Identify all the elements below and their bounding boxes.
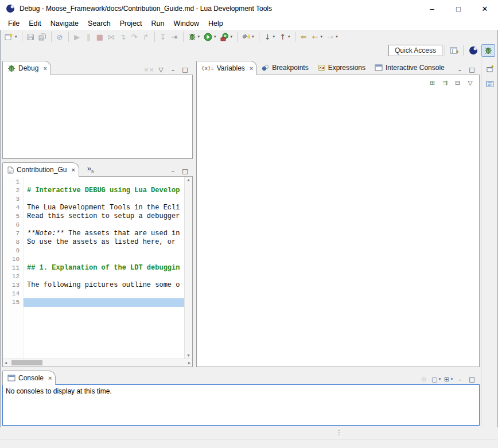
code-line[interactable] <box>24 178 184 186</box>
minimized-view-button[interactable] <box>484 78 496 89</box>
close-tab-icon[interactable]: × <box>250 65 253 72</box>
open-perspective-button[interactable] <box>448 44 461 57</box>
scroll-down-icon[interactable]: ▾ <box>185 353 192 358</box>
menu-search[interactable]: Search <box>83 17 115 30</box>
editor-gutter[interactable]: 123456789101112131415 <box>3 177 24 359</box>
code-line[interactable] <box>24 195 184 204</box>
scroll-right-icon[interactable]: ▸ <box>188 360 190 365</box>
tab-interactive-console[interactable]: Interactive Console <box>370 61 449 75</box>
code-line[interactable]: **Note:** The assets that are used in <box>24 229 184 238</box>
editor-vertical-scrollbar[interactable]: ▴ ▾ <box>184 177 192 359</box>
minimize-icon: – <box>456 375 464 384</box>
variables-panel-header: (x)=Variables×BreakpointsExpressionsInte… <box>196 60 480 75</box>
next-annotation-button[interactable]: ↓▾ <box>262 30 277 43</box>
maximize-button[interactable]: □ <box>180 64 190 75</box>
menu-project[interactable]: Project <box>115 17 147 30</box>
use-step-filters-button[interactable]: ⇥ <box>169 30 180 43</box>
tab-debug[interactable]: Debug × <box>2 61 51 75</box>
code-line[interactable] <box>24 255 184 264</box>
code-line[interactable] <box>24 247 184 255</box>
line-number: 10 <box>3 255 20 264</box>
debug-button[interactable]: ▾ <box>186 30 202 43</box>
menu-navigate[interactable]: Navigate <box>46 17 83 30</box>
step-into-button: ↴ <box>118 30 129 43</box>
run-button[interactable]: ▾ <box>202 30 218 43</box>
code-segment: # Interactive DEBUG using Lua Develop <box>27 186 180 194</box>
tab-label: Expressions <box>328 64 365 72</box>
code-line[interactable]: # Interactive DEBUG using Lua Develop <box>24 186 184 195</box>
show-type-names-button[interactable]: ⊞ <box>427 77 438 88</box>
close-tab-icon[interactable]: × <box>48 375 52 381</box>
scrollbar-thumb[interactable] <box>11 360 42 365</box>
pin-console-icon: ⊙ <box>420 375 427 384</box>
show-logical-structures-button[interactable]: ⇉ <box>439 77 450 88</box>
menu-run[interactable]: Run <box>147 17 169 30</box>
code-line[interactable] <box>24 290 184 298</box>
menu-edit[interactable]: Edit <box>24 17 46 30</box>
editor-code[interactable]: # Interactive DEBUG using Lua DevelopThe… <box>24 177 184 359</box>
maximize-button[interactable]: □ <box>466 64 477 75</box>
debug-perspective-button[interactable] <box>481 44 495 57</box>
tab-expressions[interactable]: Expressions <box>313 61 370 75</box>
code-line[interactable]: ## 1. Explanation of the LDT debuggin <box>24 264 184 272</box>
scroll-up-icon[interactable]: ▴ <box>185 177 192 182</box>
editor-area[interactable]: 123456789101112131415 # Interactive DEBU… <box>2 176 193 367</box>
code-line[interactable] <box>24 272 184 281</box>
minimize-button[interactable]: – <box>454 64 465 75</box>
debug-view-content[interactable] <box>2 75 193 159</box>
display-console-button[interactable]: ▢▾ <box>430 374 441 384</box>
open-console-button[interactable]: ⊞▾ <box>442 374 453 384</box>
dropdown-arrow-icon: ▾ <box>321 34 323 39</box>
toolbar-separator <box>259 32 259 42</box>
minimize-button[interactable]: – <box>168 166 178 176</box>
external-tools-button[interactable]: ▾ <box>219 30 235 43</box>
variables-view-content[interactable]: ⊞⇉⊟▽ <box>196 75 480 367</box>
console-content[interactable]: No consoles to display at this time. <box>2 384 480 426</box>
tab-console[interactable]: Console × <box>2 371 56 385</box>
code-line[interactable]: The following pictures outline some o <box>24 281 184 290</box>
close-window-button[interactable]: ✕ <box>472 0 498 17</box>
tab-contribution-guide[interactable]: Contribution_Gu × <box>2 162 79 177</box>
skip-all-breakpoints-icon: ⊘ <box>56 32 64 41</box>
code-line[interactable]: The Lua Development Tools in the Ecli <box>24 204 184 212</box>
quick-access-box[interactable]: Quick Access <box>388 45 442 56</box>
lua-perspective-button[interactable] <box>466 44 480 57</box>
minimize-button[interactable]: – <box>168 64 178 75</box>
new-button[interactable]: ▾ <box>3 30 19 43</box>
minimize-button[interactable]: – <box>454 374 465 384</box>
editor-horizontal-scrollbar[interactable]: ◂ ▸ <box>3 359 192 367</box>
menu-window[interactable]: Window <box>169 17 204 30</box>
app-logo-icon <box>6 4 15 13</box>
maximize-button[interactable]: □ <box>466 374 477 384</box>
view-menu-button[interactable]: ▽ <box>155 64 166 75</box>
code-line[interactable]: So use the assets as listed here, or <box>24 238 184 247</box>
maximize-window-button[interactable]: □ <box>445 0 472 17</box>
back-button[interactable]: ←▾ <box>310 30 325 43</box>
menu-file[interactable]: File <box>3 17 24 30</box>
code-line[interactable] <box>24 221 184 229</box>
close-tab-icon[interactable]: × <box>71 166 75 173</box>
restore-minimized-views-button[interactable] <box>484 63 496 74</box>
view-menu-button[interactable]: ▽ <box>465 77 476 88</box>
previous-annotation-button[interactable]: ↑▾ <box>277 30 292 43</box>
line-number: 12 <box>3 272 20 281</box>
tab-overflow-indicator[interactable]: »5 <box>87 164 94 174</box>
line-number: 6 <box>3 221 20 229</box>
collapse-all-button[interactable]: ⊟ <box>452 77 463 88</box>
scroll-left-icon[interactable]: ◂ <box>5 360 7 365</box>
code-line[interactable]: Read this section to setup a debugger <box>24 212 184 221</box>
minimize-icon: – <box>456 65 464 74</box>
step-over-button: ↷ <box>129 30 140 43</box>
close-tab-icon[interactable]: × <box>43 65 46 72</box>
menu-help[interactable]: Help <box>204 17 228 30</box>
tab-breakpoints[interactable]: Breakpoints <box>257 61 313 75</box>
tab-variables[interactable]: (x)=Variables× <box>196 61 257 75</box>
toolbar-separator <box>295 32 295 42</box>
minimize-window-button[interactable]: – <box>419 0 445 17</box>
code-line[interactable] <box>24 298 184 307</box>
sash-grip[interactable]: ⋮ <box>336 428 343 437</box>
last-edit-location-button[interactable]: ⇐ <box>298 30 309 43</box>
maximize-button[interactable]: □ <box>180 166 190 176</box>
forward-icon: → <box>326 32 334 41</box>
search-torch-button[interactable]: ▾ <box>240 30 256 43</box>
